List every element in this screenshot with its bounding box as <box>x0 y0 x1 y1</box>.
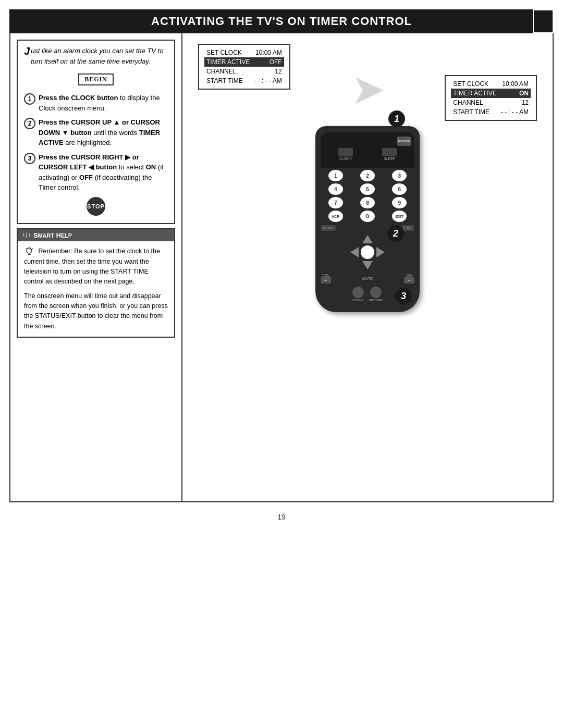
begin-center: BEGIN <box>24 70 168 89</box>
vol-minus-button[interactable]: − <box>321 277 331 283</box>
menu-cell-value: 10:00 AM <box>252 48 284 57</box>
smart-picture-label: PICTURE <box>369 299 383 302</box>
menu-cell-value: - - : - - AM <box>499 107 531 117</box>
num-7-button[interactable]: 7 <box>328 197 343 208</box>
clock-sleep-row: CLOCK SLEEP <box>324 148 411 161</box>
mute-button[interactable]: MUTE <box>362 277 373 280</box>
transition-arrow: ➤ <box>352 69 383 112</box>
clock-button[interactable] <box>338 148 353 156</box>
menu-after-table: SET CLOCK 10:00 AM TIMER ACTIVE ON CHANN… <box>451 79 531 117</box>
ch-label: CH <box>404 274 414 277</box>
cursor-right-button[interactable] <box>376 247 385 257</box>
power-row: POWER <box>324 137 411 146</box>
menu-cell-label: CHANNEL <box>204 67 252 76</box>
page-number: 19 <box>0 502 563 526</box>
smart-help-body: Remember: Be sure to set the clock to th… <box>18 241 174 337</box>
sleep-btn-container: SLEEP <box>382 148 397 161</box>
cursor-down-button[interactable] <box>362 261 373 269</box>
step-3-num: 3 <box>24 153 35 164</box>
menu-cell-label: START TIME <box>204 76 252 85</box>
smart-help-title: SMART HELP <box>33 231 72 239</box>
num-9-button[interactable]: 9 <box>392 197 407 208</box>
menu-button[interactable]: MENU <box>321 225 336 231</box>
step-1-text: Press the CLOCK button to display the Cl… <box>39 93 168 113</box>
bulb-icon <box>24 246 34 257</box>
menu-row: START TIME - - : - - AM <box>204 76 284 85</box>
menu-row-highlighted: TIMER ACTIVE OFF <box>204 57 284 67</box>
menu-row: CHANNEL 12 <box>204 67 284 76</box>
main-content: Just like an alarm clock you can set the… <box>9 33 554 502</box>
step-2-text: Press the CURSOR UP ▲ or CURSOR DOWN ▼ b… <box>39 117 168 148</box>
num-2-button[interactable]: 2 <box>360 170 375 181</box>
num-0-button[interactable]: 0 <box>360 211 375 222</box>
svg-point-0 <box>27 248 32 253</box>
stop-badge: STOP <box>87 197 105 216</box>
exit-button[interactable]: EXIT <box>392 211 407 222</box>
tv-menu-after: SET CLOCK 10:00 AM TIMER ACTIVE ON CHANN… <box>445 75 537 121</box>
smart-sound-container: SOUND <box>352 287 364 302</box>
menu-before-table: SET CLOCK 10:00 AM TIMER ACTIVE OFF CHAN… <box>204 48 284 85</box>
smart-help-box: \ | / SMART HELP Remember: Be sure to se… <box>17 228 175 338</box>
smart-picture-button[interactable] <box>370 287 382 298</box>
num-1-button[interactable]: 1 <box>328 170 343 181</box>
num-4-button[interactable]: 4 <box>328 183 343 195</box>
cursor-center-button[interactable] <box>361 245 374 259</box>
menu-cell-label: CHANNEL <box>451 98 498 107</box>
sleep-button[interactable] <box>382 148 397 156</box>
menu-row: CHANNEL 12 <box>451 98 531 107</box>
num-3-button[interactable]: 3 <box>392 170 407 181</box>
svg-rect-1 <box>28 254 31 255</box>
smart-help-para-2: The onscreen menu will time out and disa… <box>24 291 168 332</box>
power-button[interactable]: POWER <box>397 137 411 146</box>
instructions-box: Just like an alarm clock you can set the… <box>17 40 175 224</box>
menu-cell-label: SET CLOCK <box>451 79 498 89</box>
header-corner-box <box>533 9 554 33</box>
num-8-button[interactable]: 8 <box>360 197 375 208</box>
step-1: 1 Press the CLOCK button to display the … <box>24 93 168 113</box>
remote-top: POWER CLOCK SLEEP <box>321 132 414 168</box>
drop-cap: J <box>24 46 30 56</box>
menu-cell-label: SET CLOCK <box>204 48 252 57</box>
menu-cell-value: - - : - - AM <box>252 76 284 85</box>
step-3-text: Press the CURSOR RIGHT ▶ or CURSOR LEFT … <box>39 152 168 193</box>
sleep-label: SLEEP <box>382 157 397 161</box>
menu-row: SET CLOCK 10:00 AM <box>451 79 531 89</box>
num-6-button[interactable]: 6 <box>392 183 407 195</box>
menu-cell-value: 12 <box>499 98 531 107</box>
tv-menu-before: SET CLOCK 10:00 AM TIMER ACTIVE OFF CHAN… <box>198 44 290 90</box>
step-badge-3: 3 <box>395 288 412 304</box>
ch-container: CH − <box>404 274 414 283</box>
vol-label: VOL <box>321 274 331 277</box>
cursor-left-button[interactable] <box>350 247 359 257</box>
smart-picture-container: PICTURE <box>369 287 383 302</box>
menu-cell-label: TIMER ACTIVE <box>451 89 498 98</box>
remote-area: 1 2 3 POWER <box>315 126 420 312</box>
step-3: 3 Press the CURSOR RIGHT ▶ or CURSOR LEF… <box>24 152 168 193</box>
menu-cell-value: 12 <box>252 67 284 76</box>
svg-line-4 <box>26 248 27 249</box>
menu-cell-value: OFF <box>252 57 284 67</box>
acr-button[interactable]: ACR <box>328 211 343 222</box>
smart-sound-button[interactable] <box>352 287 364 298</box>
clock-label: CLOCK <box>338 157 353 161</box>
right-panel: SET CLOCK 10:00 AM TIMER ACTIVE OFF CHAN… <box>182 33 553 501</box>
ch-minus-button[interactable]: − <box>404 277 414 283</box>
step-2-num: 2 <box>24 118 35 129</box>
num-5-button[interactable]: 5 <box>360 183 375 195</box>
step-1-num: 1 <box>24 93 35 105</box>
begin-badge: BEGIN <box>78 73 114 85</box>
step-badge-1: 1 <box>388 110 405 127</box>
step-badge-2: 2 <box>387 225 404 242</box>
cursor-pad <box>349 234 386 270</box>
smart-help-para-1: Remember: Be sure to set the clock to th… <box>24 246 168 287</box>
stop-badge-container: STOP <box>24 197 168 216</box>
svg-line-3 <box>32 248 33 249</box>
smart-help-header: \ | / SMART HELP <box>18 229 174 241</box>
power-label: POWER <box>398 140 410 143</box>
step-2: 2 Press the CURSOR UP ▲ or CURSOR DOWN ▼… <box>24 117 168 148</box>
smart-sound-label: SOUND <box>352 299 364 302</box>
menu-cell-value: ON <box>499 89 531 98</box>
intro-text: Just like an alarm clock you can set the… <box>24 46 168 66</box>
vol-ch-row: VOL − MUTE CH − <box>321 274 414 283</box>
cursor-up-button[interactable] <box>362 235 373 243</box>
